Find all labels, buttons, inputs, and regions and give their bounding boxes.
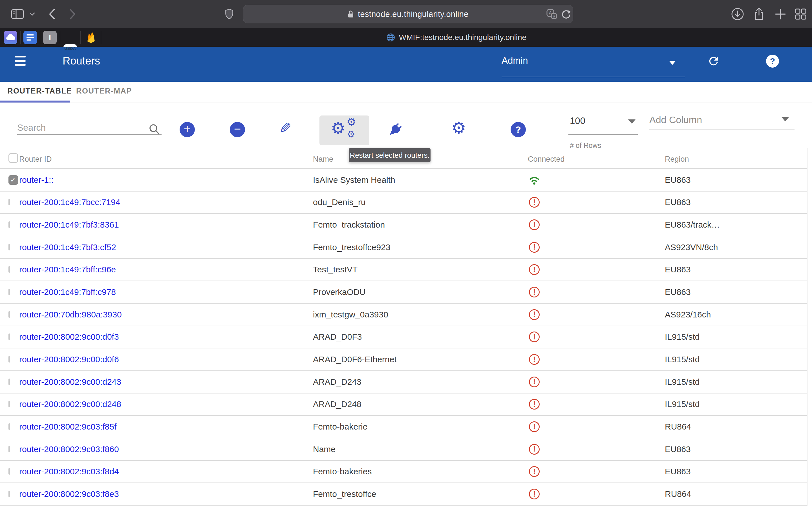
router-id-link[interactable]: router-200:1c49:7bf3:8361 — [19, 220, 119, 230]
router-name: ARAD_D248 — [313, 399, 361, 409]
add-column-select[interactable]: Add Column — [649, 113, 795, 133]
row-checkbox[interactable] — [8, 221, 10, 228]
share-icon[interactable] — [752, 0, 766, 28]
row-checkbox[interactable] — [8, 491, 10, 497]
column-header-router-id[interactable]: Router ID — [19, 155, 52, 164]
row-checkbox[interactable] — [8, 379, 10, 385]
table-row: router-1:: IsAlive System Health EU863 — [0, 169, 808, 191]
router-id-link[interactable]: router-200:8002:9c03:f860 — [19, 445, 119, 454]
translate-icon[interactable]: Aa — [546, 9, 557, 19]
rows-per-page-select[interactable]: 100 # of Rows — [568, 114, 638, 148]
restart-routers-button[interactable] — [319, 115, 369, 145]
row-checkbox[interactable] — [8, 311, 10, 318]
router-name: ARAD_D0F6-Ethernet — [313, 355, 397, 364]
tab-overview-icon[interactable] — [794, 0, 808, 28]
error-icon — [529, 309, 540, 320]
connect-router-button[interactable] — [388, 121, 404, 138]
error-icon — [529, 444, 540, 455]
row-checkbox[interactable] — [8, 244, 10, 250]
refresh-icon[interactable] — [707, 54, 720, 68]
router-id-link[interactable]: router-200:8002:9c03:f85f — [19, 422, 116, 432]
favorite-cloud-icon[interactable] — [4, 31, 17, 44]
tab-router-table[interactable]: ROUTER-TABLE — [7, 87, 72, 96]
table-help-button[interactable]: ? — [511, 122, 526, 137]
router-id-link[interactable]: router-200:8002:9c00:d243 — [19, 377, 121, 387]
column-header-name[interactable]: Name — [313, 155, 333, 164]
router-id-link[interactable]: router-200:1c49:7bf3:cf52 — [19, 242, 116, 252]
sidebar-toggle-icon[interactable] — [11, 8, 24, 20]
error-icon — [529, 287, 540, 297]
column-header-region[interactable]: Region — [665, 155, 689, 164]
router-id-link[interactable]: router-200:1c49:7bff:c96e — [19, 265, 116, 274]
row-checkbox[interactable] — [8, 199, 10, 205]
router-name: Femto-bakerie — [313, 422, 367, 432]
row-checkbox[interactable] — [8, 175, 18, 185]
row-checkbox[interactable] — [8, 266, 10, 273]
active-tab[interactable]: WMIF:testnode.eu.thingularity.online — [101, 28, 812, 47]
favorites-separator — [60, 31, 60, 44]
router-id-link[interactable]: router-200:70db:980a:3930 — [19, 310, 122, 320]
remove-router-button[interactable] — [230, 122, 245, 137]
search-icon[interactable] — [148, 123, 161, 137]
favorite-firebase-icon[interactable] — [84, 31, 98, 44]
region-value: RU864 — [665, 489, 691, 499]
router-name: Femto_trackstation — [313, 220, 385, 230]
tab-router-map[interactable]: ROUTER-MAP — [76, 87, 132, 96]
table-row: router-200:8002:9c00:d0f3 ARAD_D0F3 IL91… — [0, 326, 808, 349]
table-row: router-200:8002:9c03:f8d4 Femto-bakeries… — [0, 461, 808, 483]
row-checkbox[interactable] — [8, 401, 10, 407]
router-name: Name — [313, 445, 336, 454]
forward-icon[interactable] — [69, 9, 76, 19]
router-id-link[interactable]: router-200:8002:9c03:f8d4 — [19, 467, 119, 476]
search-input[interactable] — [17, 121, 141, 135]
downloads-icon[interactable] — [731, 0, 744, 28]
region-value: EU863 — [665, 265, 691, 274]
app-bar: Routers Admin ? — [0, 47, 812, 82]
error-icon — [529, 354, 540, 365]
error-icon — [529, 264, 540, 275]
column-header-connected[interactable]: Connected — [528, 155, 565, 164]
row-checkbox[interactable] — [8, 356, 10, 362]
sidebar-chevron-icon[interactable] — [29, 12, 35, 16]
row-checkbox[interactable] — [8, 468, 10, 474]
select-all-checkbox[interactable] — [8, 153, 18, 163]
favorite-docs-icon[interactable] — [23, 31, 37, 44]
router-name: ixm_testgw_0a3930 — [313, 310, 388, 320]
router-id-link[interactable]: router-200:1c49:7bff:c978 — [19, 287, 116, 297]
region-value: EU863 — [665, 445, 691, 454]
router-name: odu_Denis_ru — [313, 198, 366, 207]
help-icon[interactable]: ? — [766, 54, 779, 68]
search-field[interactable] — [17, 121, 161, 135]
row-checkbox[interactable] — [8, 334, 10, 340]
router-id-link[interactable]: router-200:8002:9c00:d0f6 — [19, 355, 119, 364]
reload-icon[interactable] — [561, 9, 571, 19]
table-row: router-200:8002:9c00:d243 ARAD_D243 IL91… — [0, 371, 808, 393]
table-row: router-200:8002:9c03:f860 Name EU863 — [0, 438, 808, 461]
row-checkbox[interactable] — [8, 289, 10, 295]
router-id-link[interactable]: router-200:8002:9c00:d248 — [19, 399, 121, 409]
back-icon[interactable] — [49, 9, 55, 19]
router-id-link[interactable]: router-1:: — [19, 175, 54, 185]
error-icon — [529, 489, 540, 499]
router-id-link[interactable]: router-200:8002:9c00:d0f3 — [19, 332, 119, 342]
gears-icon — [331, 118, 359, 143]
router-name: Femto_trestoffce — [313, 489, 376, 499]
edit-router-button[interactable] — [279, 120, 292, 136]
new-tab-icon[interactable] — [774, 0, 787, 28]
settings-icon[interactable] — [451, 119, 466, 136]
row-checkbox[interactable] — [8, 424, 10, 430]
table-header: Router ID Name Connected Region — [0, 148, 808, 169]
add-router-button[interactable] — [180, 122, 195, 137]
menu-icon[interactable] — [15, 56, 26, 66]
user-select[interactable]: Admin — [502, 55, 685, 70]
router-id-link[interactable]: router-200:8002:9c03:f8e3 — [19, 489, 119, 499]
error-icon — [529, 399, 540, 409]
favorite-info-icon[interactable]: I — [43, 31, 57, 44]
privacy-shield-icon[interactable] — [225, 9, 234, 19]
row-checkbox[interactable] — [8, 446, 10, 452]
chevron-down-icon — [628, 119, 636, 124]
url-bar[interactable]: testnode.eu.thingularity.online — [243, 5, 573, 23]
router-id-link[interactable]: router-200:1c49:7bcc:7194 — [19, 198, 120, 207]
table-row: router-200:70db:980a:3930 ixm_testgw_0a3… — [0, 304, 808, 326]
rows-per-page-value: 100 — [570, 115, 585, 126]
